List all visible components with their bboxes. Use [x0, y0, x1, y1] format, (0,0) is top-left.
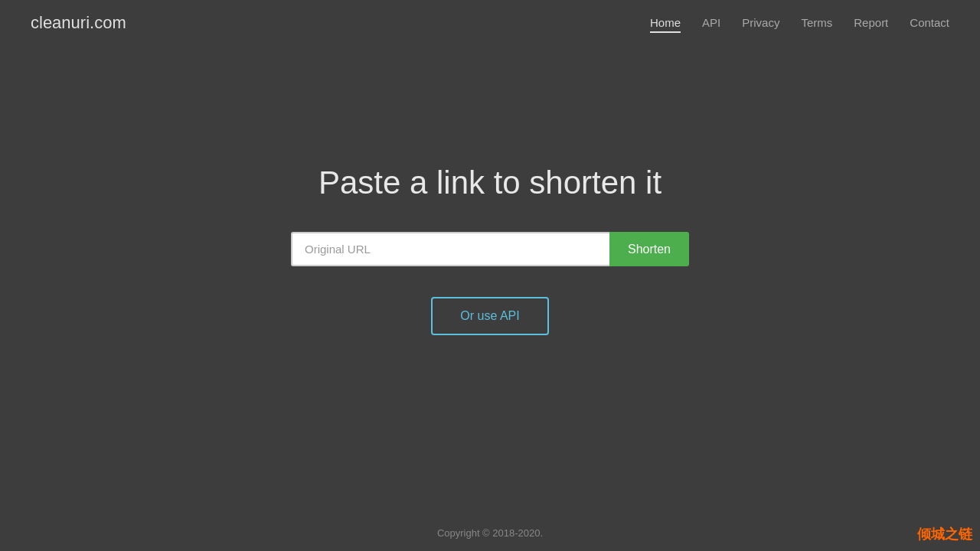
url-form: Shorten: [291, 232, 689, 266]
navbar: cleanuri.com Home API Privacy Terms Repo…: [0, 0, 980, 46]
nav-link-terms[interactable]: Terms: [801, 16, 832, 29]
watermark: 倾城之链: [917, 525, 972, 543]
nav-link-home[interactable]: Home: [650, 16, 681, 33]
nav-item-api[interactable]: API: [702, 16, 720, 30]
nav-item-terms[interactable]: Terms: [801, 16, 832, 30]
footer: Copyright © 2018-2020.: [0, 515, 980, 551]
url-input[interactable]: [291, 232, 609, 266]
shorten-button[interactable]: Shorten: [609, 232, 689, 266]
nav-links: Home API Privacy Terms Report Contact: [650, 16, 949, 30]
nav-link-api[interactable]: API: [702, 16, 720, 29]
api-button[interactable]: Or use API: [431, 297, 548, 335]
nav-item-privacy[interactable]: Privacy: [742, 16, 779, 30]
nav-link-privacy[interactable]: Privacy: [742, 16, 779, 29]
brand-logo[interactable]: cleanuri.com: [31, 13, 126, 33]
copyright-text: Copyright © 2018-2020.: [437, 527, 543, 539]
nav-item-contact[interactable]: Contact: [910, 16, 949, 30]
nav-item-report[interactable]: Report: [854, 16, 888, 30]
nav-link-report[interactable]: Report: [854, 16, 888, 29]
nav-item-home[interactable]: Home: [650, 16, 681, 30]
hero-title: Paste a link to shorten it: [318, 165, 662, 201]
main-content: Paste a link to shorten it Shorten Or us…: [0, 46, 980, 515]
nav-link-contact[interactable]: Contact: [910, 16, 949, 29]
